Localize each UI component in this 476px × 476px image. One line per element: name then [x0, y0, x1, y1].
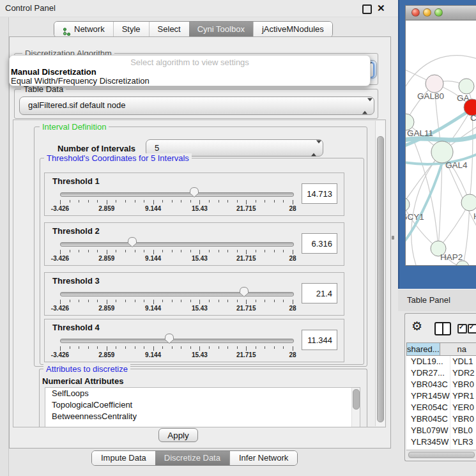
cell-name[interactable]: YBR0 — [450, 379, 476, 390]
close-button[interactable] — [411, 8, 420, 17]
table-row[interactable]: YDR27...YDR2 — [406, 367, 476, 379]
algorithm-dropdown-popup: Select algorithm to view settings Manual… — [9, 55, 371, 86]
table-rows: YDL19...YDL1YDR27...YDR2YBR043CYBR0YPR14… — [406, 356, 476, 449]
float-window-icon[interactable] — [362, 4, 372, 14]
checkbox-checked-icon[interactable] — [457, 324, 467, 334]
cell-name[interactable]: YPR1 — [450, 390, 476, 402]
panel-title: Control Panel — [5, 3, 56, 13]
table-data-selected: galFiltered.sif default node — [28, 97, 125, 113]
cell-shared-name[interactable]: YPR145W — [406, 390, 450, 402]
interval-definition-label: Interval Definition — [40, 122, 109, 132]
slider-tick-label: 21.715 — [236, 255, 256, 262]
cell-shared-name[interactable]: YDL19... — [406, 356, 450, 367]
list-scrollbar[interactable] — [351, 388, 360, 427]
dropdown-option-manual-discretization[interactable]: Manual Discretization — [11, 67, 96, 77]
slider-tick-label: 28 — [289, 205, 296, 212]
table-header-row: shared... na — [406, 342, 476, 356]
attribute-item-betweennesscentrality[interactable]: BetweennessCentrality — [45, 411, 360, 422]
table-row[interactable]: YLR345WYLR3 — [406, 436, 476, 448]
threshold-1-slider-track[interactable] — [60, 192, 294, 197]
threshold-2-slider-thumb[interactable] — [127, 236, 137, 248]
column-header-shared-name[interactable]: shared... — [406, 342, 440, 356]
table-data-combobox[interactable]: galFiltered.sif default node — [19, 96, 374, 115]
cell-name[interactable]: YBL0 — [450, 425, 476, 436]
attribute-item-topologicalcoefficient[interactable]: TopologicalCoefficient — [45, 399, 360, 411]
table-row[interactable]: YDL19...YDL1 — [406, 356, 476, 367]
threshold-3-value-field[interactable]: 21.4 — [302, 283, 337, 303]
tab-infer-network[interactable]: Infer Network — [229, 451, 297, 465]
cell-shared-name[interactable]: YIL052C — [406, 448, 450, 449]
table-row[interactable]: YBL079WYBL0 — [406, 425, 476, 436]
network-node-h[interactable] — [461, 194, 476, 211]
bottom-tab-bar: Impute DataDiscretize DataInfer Network — [91, 450, 298, 466]
cell-name[interactable]: YBR0 — [450, 413, 476, 425]
threshold-1-value-field[interactable]: 14.713 — [302, 183, 337, 204]
attribute-item-selfloops[interactable]: SelfLoops — [45, 388, 360, 399]
network-canvas[interactable]: GAL80GACGAL11GAL4GCY1HHAP2 — [406, 20, 476, 265]
zoom-button[interactable] — [434, 8, 443, 17]
cell-name[interactable]: YDR2 — [450, 367, 476, 379]
numerical-attributes-list: SelfLoopsTopologicalCoefficientBetweenne… — [45, 387, 360, 427]
column-header-name[interactable]: na — [440, 342, 476, 356]
network-node-gal80[interactable] — [426, 75, 443, 93]
cell-shared-name[interactable]: YER054C — [406, 402, 450, 413]
apply-button[interactable]: Apply — [158, 428, 198, 442]
slider-tick-label: 9.144 — [145, 351, 161, 358]
cell-shared-name[interactable]: YBR045C — [406, 413, 450, 425]
threshold-2-slider-track[interactable] — [60, 242, 294, 247]
network-node-ga[interactable] — [459, 79, 474, 94]
network-node-gal4[interactable] — [431, 141, 453, 163]
settings-scrollbar-thumb[interactable] — [377, 136, 384, 422]
slider-tick-label: 15.43 — [192, 255, 208, 262]
threshold-1-block: Threshold 1-3.4262.8599.14415.4321.71528… — [44, 173, 344, 216]
cell-name[interactable]: YER0 — [450, 402, 476, 413]
slider-tick-label: 21.715 — [236, 305, 256, 312]
settings-scrollbar[interactable] — [375, 121, 385, 426]
threshold-2-value-field[interactable]: 6.316 — [302, 233, 337, 254]
table-row[interactable]: YBR045CYBR0 — [406, 413, 476, 425]
tab-network[interactable]: Network — [54, 22, 113, 37]
network-node-gcy1[interactable] — [406, 197, 410, 211]
numerical-attributes-heading: Numerical Attributes — [42, 376, 123, 386]
threshold-4-slider-thumb[interactable] — [164, 333, 174, 344]
tab-label: jActiveMNodules — [262, 22, 324, 37]
tab-style[interactable]: Style — [113, 22, 149, 37]
cell-shared-name[interactable]: YLR345W — [406, 436, 450, 448]
dropdown-option-equal-width-frequency[interactable]: Equal Width/Frequency Discretization — [11, 76, 150, 86]
threshold-3-slider-thumb[interactable] — [239, 286, 249, 298]
tab-jactivemnodules[interactable]: jActiveMNodules — [253, 22, 332, 37]
cell-shared-name[interactable]: YBR043C — [406, 379, 450, 390]
gear-icon[interactable]: ⚙ — [411, 320, 422, 332]
tab-impute-data[interactable]: Impute Data — [92, 451, 155, 465]
slider-tick-label: 9.144 — [145, 305, 161, 312]
table-horizontal-scrollbar[interactable] — [406, 450, 476, 459]
thresholds-group: Threshold's Coordinates for 5 Intervals … — [40, 158, 364, 365]
table-row[interactable]: YBR043CYBR0 — [406, 379, 476, 390]
tab-select[interactable]: Select — [149, 22, 189, 37]
checkbox-checked-icon[interactable] — [468, 324, 476, 334]
list-scrollbar-thumb[interactable] — [353, 389, 360, 410]
table-row[interactable]: YER054CYER0 — [406, 402, 476, 413]
tab-discretize-data[interactable]: Discretize Data — [155, 451, 229, 465]
left-edge-strip — [0, 17, 9, 476]
cell-name[interactable]: YIL0 — [450, 448, 476, 449]
split-columns-icon[interactable] — [434, 322, 451, 335]
cell-name[interactable]: YDL1 — [450, 356, 476, 367]
node-label: GAL4 — [445, 160, 468, 170]
scrollbar-thumb[interactable] — [408, 452, 475, 458]
cell-name[interactable]: YLR3 — [450, 436, 476, 448]
cell-shared-name[interactable]: YDR27... — [406, 367, 450, 379]
table-row[interactable]: YPR145WYPR1 — [406, 390, 476, 402]
threshold-3-slider-track[interactable] — [60, 292, 294, 296]
network-window-titlebar[interactable] — [406, 6, 476, 20]
threshold-1-slider-thumb[interactable] — [189, 187, 199, 198]
threshold-4-value-field[interactable]: 11.344 — [302, 330, 337, 350]
cell-shared-name[interactable]: YBL079W — [406, 425, 450, 436]
threshold-label: Threshold 4 — [52, 323, 100, 332]
close-icon[interactable]: ✕ — [377, 3, 385, 14]
tab-cyni-toolbox[interactable]: Cyni Toolbox — [189, 22, 253, 37]
panel-resize-grip[interactable] — [392, 236, 394, 240]
table-row[interactable]: YIL052CYIL0 — [406, 448, 476, 449]
minimize-button[interactable] — [423, 8, 431, 17]
threshold-4-slider-track[interactable] — [60, 339, 294, 343]
